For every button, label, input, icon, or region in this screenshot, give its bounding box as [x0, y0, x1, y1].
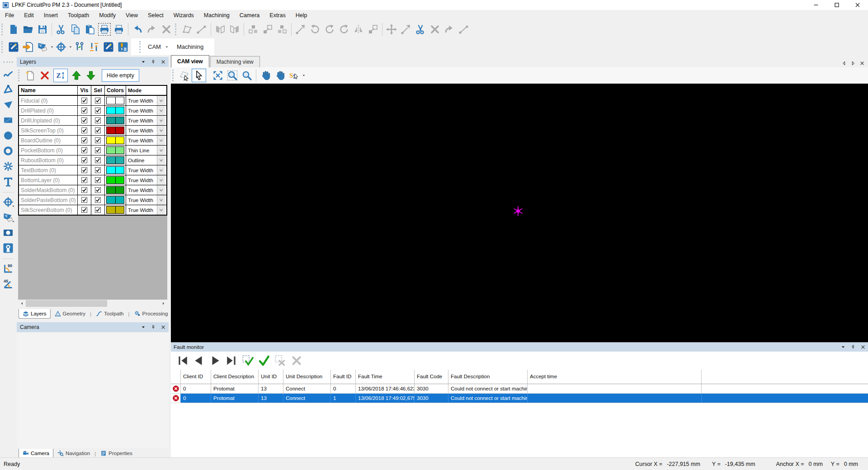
- col-accept-time[interactable]: Accept time: [528, 370, 702, 384]
- column-sel[interactable]: Sel: [91, 86, 105, 95]
- rotate-cw-button[interactable]: [322, 22, 337, 37]
- new-layer-button[interactable]: [23, 68, 38, 83]
- go-first-button[interactable]: [175, 353, 191, 368]
- layer-row[interactable]: BoardOutline (0)True Width: [19, 136, 166, 146]
- draw-polygon-button[interactable]: [180, 22, 194, 37]
- tab-scroll-left-icon[interactable]: [842, 61, 846, 66]
- layer-mode[interactable]: True Width: [126, 136, 157, 145]
- undo-button[interactable]: [130, 22, 145, 37]
- select-button[interactable]: [192, 69, 206, 82]
- layer-row[interactable]: RuboutBottom (0)Outline: [19, 155, 166, 165]
- fault-row[interactable]: 0 Protomat 13 Connect 0 13/06/2018 17:46…: [171, 384, 868, 394]
- vis-checkbox[interactable]: [78, 155, 91, 165]
- tab-properties[interactable]: Properties: [96, 449, 136, 458]
- col-fault-code[interactable]: Fault Code: [415, 370, 448, 384]
- add-segment-button[interactable]: [457, 22, 471, 37]
- chevron-down-icon[interactable]: [141, 60, 146, 64]
- vis-checkbox[interactable]: [78, 205, 91, 215]
- align-objects-button[interactable]: [246, 22, 260, 37]
- layer-mode[interactable]: True Width: [126, 195, 157, 205]
- minimize-button[interactable]: [806, 0, 826, 10]
- sel-checkbox[interactable]: [91, 185, 105, 195]
- layer-row[interactable]: SolderPasteBottom (0)True Width: [19, 195, 166, 205]
- pin-icon[interactable]: [151, 60, 156, 64]
- open-path-button[interactable]: [1, 67, 15, 81]
- chevron-down-icon[interactable]: [141, 325, 146, 329]
- scroll-right-icon[interactable]: [160, 300, 167, 307]
- origin-dropdown-icon[interactable]: [69, 45, 72, 49]
- fault-monitor-header[interactable]: Fault monitor: [171, 343, 868, 352]
- remove-selected-button[interactable]: [272, 353, 288, 368]
- sel-checkbox[interactable]: [91, 126, 105, 135]
- layer-row[interactable]: TextBottom (0)True Width: [19, 165, 166, 175]
- layer-row[interactable]: SolderMaskBottom (0)True Width: [19, 185, 166, 195]
- process-planning-wizard-button[interactable]: 2: [6, 40, 21, 54]
- scrollbar-thumb[interactable]: [26, 300, 107, 307]
- menu-wizards[interactable]: Wizards: [169, 10, 199, 20]
- vis-checkbox[interactable]: [78, 175, 91, 185]
- arc-segment-button[interactable]: [442, 22, 457, 37]
- menu-help[interactable]: Help: [291, 10, 312, 20]
- delete-button[interactable]: [159, 22, 174, 37]
- layer-mode[interactable]: True Width: [126, 116, 157, 125]
- delete-layer-button[interactable]: [38, 68, 52, 83]
- go-last-button[interactable]: [223, 353, 240, 368]
- col-client-description[interactable]: Client Description: [211, 370, 259, 384]
- cut-button[interactable]: [54, 22, 68, 37]
- col-unit-id[interactable]: Unit ID: [259, 370, 283, 384]
- move-layer-up-button[interactable]: [69, 68, 84, 83]
- layer-color-swatch[interactable]: [105, 155, 126, 165]
- menu-modify[interactable]: Modify: [94, 10, 121, 20]
- new-document-button[interactable]: [6, 22, 21, 37]
- circle-button[interactable]: [1, 129, 15, 142]
- pin-icon[interactable]: [151, 325, 156, 329]
- angle-45-button[interactable]: [1, 277, 15, 291]
- sel-checkbox[interactable]: [91, 195, 105, 205]
- group-button[interactable]: [260, 22, 275, 37]
- layer-color-swatch[interactable]: [105, 185, 126, 195]
- angle-90-button[interactable]: [1, 262, 15, 275]
- layers-horizontal-scrollbar[interactable]: [18, 300, 167, 307]
- rotate-ccw-button[interactable]: [308, 22, 322, 37]
- toolbar-grip[interactable]: [172, 70, 175, 81]
- layer-color-swatch[interactable]: [105, 136, 126, 145]
- sel-checkbox[interactable]: [91, 205, 105, 215]
- pan-button[interactable]: [258, 69, 273, 82]
- go-next-button[interactable]: [207, 353, 223, 368]
- maximize-button[interactable]: [826, 0, 847, 10]
- menu-file[interactable]: File: [0, 10, 19, 20]
- menu-select[interactable]: Select: [143, 10, 169, 20]
- toolbar-grip[interactable]: [3, 61, 13, 63]
- col-fault-time[interactable]: Fault Time: [356, 370, 415, 384]
- layer-color-swatch[interactable]: [105, 175, 126, 185]
- vis-checkbox[interactable]: [78, 146, 91, 155]
- vis-checkbox[interactable]: [78, 126, 91, 135]
- print-button[interactable]: [112, 22, 126, 37]
- save-button[interactable]: [35, 22, 50, 37]
- ungroup-button[interactable]: [275, 22, 289, 37]
- cam-mode-select[interactable]: CAM: [144, 43, 165, 50]
- layer-row[interactable]: SilkScreenBottom (0)True Width: [19, 205, 166, 215]
- mode-dropdown[interactable]: [157, 165, 165, 175]
- tab-navigation[interactable]: Navigation: [53, 449, 94, 458]
- remove-all-button[interactable]: [288, 353, 305, 368]
- cavity-button[interactable]: [1, 241, 15, 255]
- tab-scroll-right-icon[interactable]: [851, 61, 855, 66]
- sel-checkbox[interactable]: [91, 116, 105, 125]
- cut-segment-button[interactable]: [413, 22, 428, 37]
- flash-button[interactable]: [1, 160, 15, 173]
- tab-geometry[interactable]: Geometry: [51, 309, 90, 319]
- mode-dropdown[interactable]: [157, 96, 165, 105]
- cam-mode-dropdown-icon[interactable]: [165, 45, 169, 49]
- toolbar-grip[interactable]: [18, 70, 21, 81]
- layer-mode[interactable]: True Width: [126, 205, 157, 215]
- cam-view-canvas[interactable]: [171, 84, 868, 342]
- vis-checkbox[interactable]: [78, 165, 91, 175]
- paste-button[interactable]: [83, 22, 97, 37]
- layer-row[interactable]: DrillPlated (0)True Width: [19, 106, 166, 116]
- layer-color-swatch[interactable]: [105, 126, 126, 135]
- menu-camera[interactable]: Camera: [235, 10, 264, 20]
- scroll-left-icon[interactable]: [18, 300, 26, 307]
- vis-checkbox[interactable]: [78, 96, 91, 105]
- sel-checkbox[interactable]: [91, 136, 105, 145]
